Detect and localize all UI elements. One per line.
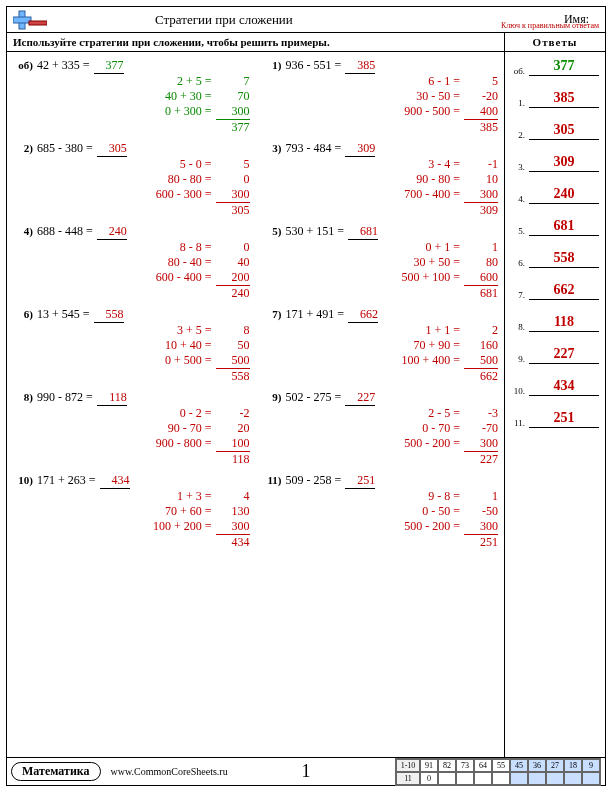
step-rhs: 200: [216, 270, 250, 286]
answer-number: 6.: [511, 258, 525, 268]
answer-row: 8.118: [511, 314, 599, 332]
step-rhs: 4: [216, 489, 250, 504]
step-rhs: -50: [464, 504, 498, 519]
step-lhs: 80 - 40 =: [142, 255, 212, 270]
step-line: 90 - 80 =10: [286, 172, 501, 187]
step-total: 118: [37, 452, 252, 467]
step-lhs: 500 - 200 =: [390, 436, 460, 452]
problem-number: 5): [260, 224, 282, 237]
step-line: 0 + 300 =300: [37, 104, 252, 120]
problem-body: 509 - 258 =2519 - 8 =10 - 50 =-50500 - 2…: [286, 473, 501, 550]
step-rhs: 20: [216, 421, 250, 436]
step-lhs: 0 - 50 =: [390, 504, 460, 519]
step-line: 500 + 100 =600: [286, 270, 501, 286]
problem-body: 530 + 151 =6810 + 1 =130 + 50 =80500 + 1…: [286, 224, 501, 301]
answer-row: 6.558: [511, 250, 599, 268]
answer-value: 385: [529, 90, 599, 108]
step-line: 100 + 400 =500: [286, 353, 501, 369]
step-rhs: 5: [464, 74, 498, 89]
step-rhs: 1: [464, 489, 498, 504]
step-line: 0 - 50 =-50: [286, 504, 501, 519]
score-cell: [582, 772, 600, 785]
expression-answer: 434: [100, 473, 130, 489]
expression-answer: 305: [97, 141, 127, 157]
step-rhs: 0: [216, 172, 250, 187]
problem-expression: 793 - 484 =309: [286, 141, 501, 157]
score-cell: 64: [474, 759, 492, 772]
step-rhs: 300: [216, 187, 250, 203]
answer-value: 681: [529, 218, 599, 236]
score-cell: [564, 772, 582, 785]
score-cell: 27: [546, 759, 564, 772]
answer-value: 227: [529, 346, 599, 364]
step-line: 2 + 5 =7: [37, 74, 252, 89]
score-cell: [456, 772, 474, 785]
problem-body: 502 - 275 =2272 - 5 =-30 - 70 =-70500 - …: [286, 390, 501, 467]
answer-value: 118: [529, 314, 599, 332]
expression-text: 509 - 258 =: [286, 473, 342, 488]
answer-row: 9.227: [511, 346, 599, 364]
step-lhs: 8 - 8 =: [142, 240, 212, 255]
expression-answer: 309: [345, 141, 375, 157]
problem-body: 171 + 491 =6621 + 1 =270 + 90 =160100 + …: [286, 307, 501, 384]
step-total: 434: [37, 535, 252, 550]
score-cell: [492, 772, 510, 785]
answer-number: 2.: [511, 130, 525, 140]
step-total: 309: [286, 203, 501, 218]
step-lhs: 70 + 60 =: [142, 504, 212, 519]
problem: 5)530 + 151 =6810 + 1 =130 + 50 =80500 +…: [260, 224, 501, 301]
problem: 11)509 - 258 =2519 - 8 =10 - 50 =-50500 …: [260, 473, 501, 550]
step-total: 305: [37, 203, 252, 218]
step-line: 70 + 60 =130: [37, 504, 252, 519]
body: об)42 + 335 =3772 + 5 =740 + 30 =700 + 3…: [7, 52, 605, 757]
step-total: 377: [37, 120, 252, 135]
problem-body: 990 - 872 =1180 - 2 =-290 - 70 =20900 - …: [37, 390, 252, 467]
step-lhs: 500 + 100 =: [390, 270, 460, 286]
step-lhs: 40 + 30 =: [142, 89, 212, 104]
score-cell: 1-10: [396, 759, 420, 772]
step-lhs: 0 - 70 =: [390, 421, 460, 436]
step-lhs: 80 - 80 =: [142, 172, 212, 187]
step-rhs: 300: [464, 519, 498, 535]
score-grid: 1-109182736455453627189110: [395, 758, 601, 786]
step-rhs: -3: [464, 406, 498, 421]
step-line: 1 + 3 =4: [37, 489, 252, 504]
step-lhs: 900 - 800 =: [142, 436, 212, 452]
step-line: 9 - 8 =1: [286, 489, 501, 504]
answer-number: 8.: [511, 322, 525, 332]
expression-text: 936 - 551 =: [286, 58, 342, 73]
step-total: 227: [286, 452, 501, 467]
score-cell: 0: [420, 772, 438, 785]
subject-badge: Математика: [11, 762, 101, 781]
step-rhs: -2: [216, 406, 250, 421]
step-lhs: 2 + 5 =: [142, 74, 212, 89]
answer-number: 11.: [511, 418, 525, 428]
step-total: 558: [37, 369, 252, 384]
problem-body: 171 + 263 =4341 + 3 =470 + 60 =130100 + …: [37, 473, 252, 550]
problem: 3)793 - 484 =3093 - 4 =-190 - 80 =10700 …: [260, 141, 501, 218]
step-lhs: 100 + 400 =: [390, 353, 460, 369]
step-line: 5 - 0 =5: [37, 157, 252, 172]
step-rhs: 600: [464, 270, 498, 286]
score-cell: 82: [438, 759, 456, 772]
step-rhs: 400: [464, 104, 498, 120]
step-line: 2 - 5 =-3: [286, 406, 501, 421]
expression-text: 530 + 151 =: [286, 224, 345, 239]
expression-answer: 681: [348, 224, 378, 240]
step-lhs: 700 - 400 =: [390, 187, 460, 203]
answer-row: 7.662: [511, 282, 599, 300]
step-rhs: 500: [464, 353, 498, 369]
step-lhs: 0 + 1 =: [390, 240, 460, 255]
step-lhs: 3 - 4 =: [390, 157, 460, 172]
expression-text: 688 - 448 =: [37, 224, 93, 239]
step-rhs: -20: [464, 89, 498, 104]
expression-answer: 118: [97, 390, 127, 406]
step-lhs: 600 - 300 =: [142, 187, 212, 203]
step-rhs: 300: [464, 436, 498, 452]
problem: 1)936 - 551 =3856 - 1 =530 - 50 =-20900 …: [260, 58, 501, 135]
answer-value: 558: [529, 250, 599, 268]
step-rhs: 500: [216, 353, 250, 369]
problem-body: 936 - 551 =3856 - 1 =530 - 50 =-20900 - …: [286, 58, 501, 135]
expression-answer: 662: [348, 307, 378, 323]
step-rhs: -1: [464, 157, 498, 172]
